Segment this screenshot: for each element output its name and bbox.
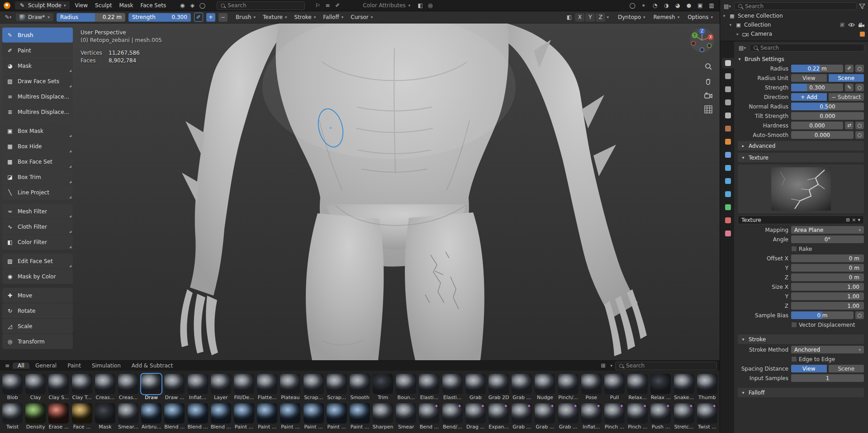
tool-mesh-filter[interactable]: ≈Mesh Filter: [2, 204, 73, 219]
props-tab-particles[interactable]: [722, 163, 734, 173]
direction-add-button[interactable]: +: [206, 13, 215, 22]
animate-icon[interactable]: ○: [855, 311, 864, 319]
brush-twist[interactable]: Twist: [1, 403, 24, 430]
brush-blend[interactable]: Blend ...: [186, 403, 209, 430]
brush-blend[interactable]: Blend ...: [163, 403, 186, 430]
mirror-y-button[interactable]: Y: [585, 13, 595, 22]
shelf-tab-simulation[interactable]: Simulation: [87, 362, 126, 369]
tool-move[interactable]: ✚Move: [2, 288, 73, 303]
slider-sample-bias[interactable]: 0 m: [791, 311, 854, 319]
section-texture[interactable]: ▾Texture: [738, 153, 864, 162]
dropdown-dyntopo[interactable]: Dyntopo▾: [615, 13, 648, 21]
brush-pinch[interactable]: ✦Pinch ...: [626, 403, 649, 430]
tool-scale[interactable]: ◿Scale: [2, 319, 73, 334]
props-tab-modifiers[interactable]: [722, 150, 734, 160]
brush-drag[interactable]: ✦Drag ...: [464, 403, 487, 430]
brush-relax[interactable]: Relax ...: [649, 374, 672, 400]
tool-mask-by-color[interactable]: ◉Mask by Color: [2, 269, 73, 284]
section-falloff[interactable]: ▾Falloff: [738, 388, 864, 397]
menu-mask[interactable]: Mask: [116, 1, 137, 9]
tool-mask[interactable]: ◕Mask: [2, 58, 73, 73]
brush-scrap[interactable]: Scrap...: [325, 374, 348, 400]
pivot-point-icon[interactable]: ◉: [178, 1, 187, 10]
pressure-pen-icon[interactable]: ✐: [194, 13, 203, 22]
brush-clay[interactable]: Clay: [24, 374, 47, 400]
brush-smooth[interactable]: Smooth: [348, 374, 371, 400]
brush-grab-2d[interactable]: Grab 2D: [487, 374, 510, 400]
brush-blend[interactable]: Blend ...: [209, 403, 232, 430]
dropdown-texture[interactable]: Texture▾: [260, 13, 290, 21]
field-z[interactable]: 1.00: [791, 302, 864, 310]
camera-view-icon[interactable]: [704, 92, 712, 99]
brush-scrap[interactable]: Scrap...: [302, 374, 325, 400]
brush-elasti[interactable]: Elasti...: [417, 374, 441, 400]
tool-cloth-filter[interactable]: ∿Cloth Filter: [2, 219, 73, 234]
brush-grab[interactable]: ✦Grab ...: [533, 403, 556, 430]
shading-render-icon[interactable]: ●: [684, 1, 693, 10]
display-mode-icon[interactable]: ⊞: [598, 361, 607, 370]
brush-boun[interactable]: Boun...: [394, 374, 417, 400]
brush-bend[interactable]: ✦Bend/...: [441, 403, 464, 430]
checkbox-rake[interactable]: [791, 246, 797, 252]
field-angle[interactable]: 0°: [791, 235, 864, 243]
snap-magnet-icon[interactable]: ◈: [188, 1, 197, 10]
slider-hardness[interactable]: 0.000: [791, 122, 843, 129]
option-scene[interactable]: Scene: [829, 365, 864, 372]
brush-inflat[interactable]: ✦Inflat...: [580, 403, 603, 430]
chevron-right-icon[interactable]: ▸: [735, 32, 740, 36]
animate-icon[interactable]: ○: [855, 122, 864, 129]
blender-logo-icon[interactable]: [4, 2, 10, 9]
tool-box-face-set[interactable]: ▩Box Face Set: [2, 154, 73, 169]
dropdown-remesh[interactable]: Remesh▾: [650, 13, 683, 21]
brush-flatte[interactable]: Flatte...: [256, 374, 279, 400]
brush-paint[interactable]: Paint ...: [302, 403, 325, 430]
texture-thumbnail[interactable]: [771, 167, 831, 211]
dropdown-cursor[interactable]: Cursor▾: [347, 13, 376, 21]
brush-paint[interactable]: Paint ...: [325, 403, 348, 430]
brush-clay-t[interactable]: Clay T...: [71, 374, 94, 400]
annotate-pen-icon[interactable]: ✐: [333, 1, 342, 10]
brush-settings-panel-header[interactable]: ▾ Brush Settings: [734, 54, 868, 64]
grid-toggle-icon[interactable]: [704, 105, 712, 113]
brush-smear[interactable]: Smear...: [117, 403, 140, 430]
copy-icon[interactable]: ⊞: [846, 217, 850, 223]
brush-grab[interactable]: Grab: [464, 374, 487, 400]
tool-draw-face-sets[interactable]: ▨Draw Face Sets: [2, 74, 73, 89]
tool-edit-face-set[interactable]: ▧Edit Face Set: [2, 254, 73, 268]
shelf-tab-add-subtract[interactable]: Add & Subtract: [127, 362, 178, 369]
brush-creas[interactable]: Creas...: [117, 374, 140, 400]
slider-auto-smooth[interactable]: 0.000: [791, 131, 854, 139]
proportional-edit-icon[interactable]: ◯: [198, 1, 207, 10]
chevron-down-icon[interactable]: ▾: [728, 23, 733, 27]
field-offset-x[interactable]: 0 m: [791, 254, 864, 262]
proportional-icon[interactable]: ◯: [628, 1, 637, 10]
eyedropper-icon[interactable]: ✐: [845, 65, 854, 72]
render-camera-icon[interactable]: [858, 23, 865, 28]
eye-icon[interactable]: [848, 23, 855, 27]
brush-snake[interactable]: Snake...: [672, 374, 695, 400]
brush-sharpen[interactable]: Sharpen: [371, 403, 394, 430]
field-y[interactable]: 0 m: [791, 264, 864, 272]
animate-icon[interactable]: ○: [855, 84, 864, 91]
section-advanced[interactable]: ▸Advanced: [738, 141, 864, 151]
slider-strength[interactable]: 0.300: [791, 84, 843, 91]
brush-grab[interactable]: ✦Grab ...: [557, 403, 580, 430]
tool-rotate[interactable]: ↻Rotate: [2, 303, 73, 318]
dropdown-falloff[interactable]: Falloff▾: [320, 13, 346, 21]
brush-grab[interactable]: ✦Grab ...: [510, 403, 533, 430]
brush-draw[interactable]: Draw ...: [163, 374, 186, 400]
props-tab-object-data[interactable]: [722, 202, 734, 212]
mode-selector[interactable]: ✎ Sculpt Mode ▾: [15, 1, 70, 9]
brush-clay-s[interactable]: Clay S...: [47, 374, 70, 400]
brush-stretc[interactable]: ✦Stretc...: [672, 403, 695, 430]
props-tab-view-layer[interactable]: [722, 97, 734, 108]
props-tab-output[interactable]: [722, 84, 734, 94]
props-tab-object[interactable]: [722, 136, 734, 147]
tool-box-trim[interactable]: ◪Box Trim: [2, 169, 73, 184]
brush-paint[interactable]: Paint ...: [279, 403, 302, 430]
field-size-x[interactable]: 1.00: [791, 283, 864, 291]
active-tool-dropdown[interactable]: Draw* ▾: [16, 13, 53, 21]
outliner-row-camera[interactable]: ▸ Camera: [722, 29, 866, 38]
brush-inflat[interactable]: Inflat...: [186, 374, 209, 400]
slider-radius[interactable]: 0.22 m: [791, 65, 843, 72]
